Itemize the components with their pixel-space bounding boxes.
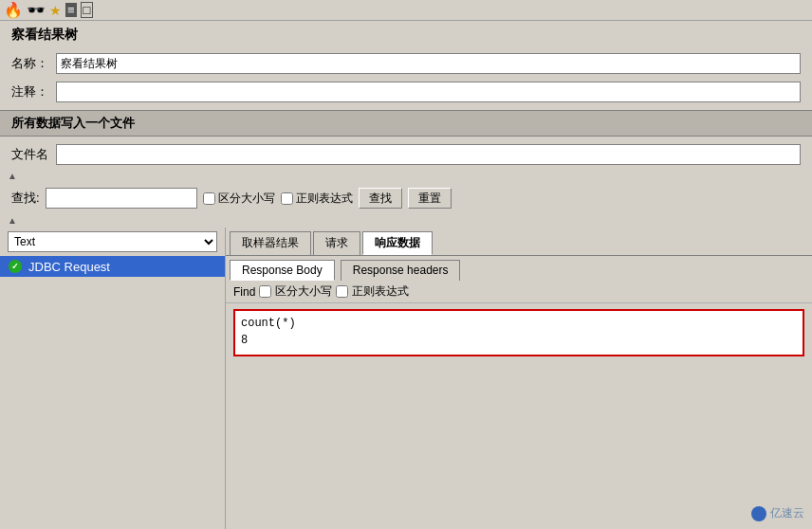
list-icon: ≡: [65, 3, 77, 17]
subtab-response-headers[interactable]: Response headers: [341, 260, 461, 281]
scroll-down-indicator: ▲: [0, 213, 812, 228]
name-label: 名称：: [11, 55, 48, 72]
flame-icon: 🔥: [4, 1, 23, 19]
name-row: 名称：: [0, 49, 812, 78]
left-panel: Text ✓ JDBC Request: [0, 228, 226, 529]
find-bar: Find 区分大小写 正则表达式: [226, 281, 812, 303]
window-icon: □: [81, 2, 94, 18]
page-title: 察看结果树: [0, 21, 812, 49]
comment-input[interactable]: [56, 82, 801, 102]
subtab-response-body[interactable]: Response Body: [230, 260, 335, 281]
search-row: 查找: 区分大小写 正则表达式 查找 重置: [0, 183, 812, 213]
top-toolbar: 🔥 🕶️ ★ ≡ □: [0, 0, 812, 21]
search-label: 查找:: [11, 190, 40, 207]
dropdown-row: Text: [0, 228, 225, 256]
tree-item-icon: ✓: [8, 259, 23, 274]
glasses-icon: 🕶️: [27, 1, 46, 19]
name-input[interactable]: [56, 53, 801, 74]
tab-sampler-result[interactable]: 取样器结果: [230, 231, 311, 255]
search-input[interactable]: [46, 188, 197, 209]
success-icon: ✓: [9, 260, 22, 273]
comment-label: 注释：: [11, 83, 48, 100]
regex-checkbox[interactable]: [281, 192, 293, 205]
reset-button[interactable]: 重置: [408, 188, 452, 209]
lower-section: Text ✓ JDBC Request 取样器结果 请求 响应数据: [0, 228, 812, 529]
main-tab-bar: 取样器结果 请求 响应数据: [226, 228, 812, 255]
comment-row: 注释：: [0, 78, 812, 106]
case-sensitive-checkbox[interactable]: [203, 192, 215, 205]
file-section-header: 所有数据写入一个文件: [0, 110, 812, 137]
filename-label: 文件名: [11, 146, 48, 163]
regex-group: 正则表达式: [281, 191, 353, 207]
tab-response-data[interactable]: 响应数据: [362, 231, 433, 255]
regex-label: 正则表达式: [296, 191, 353, 207]
tab-request[interactable]: 请求: [313, 231, 360, 255]
scroll-up-indicator: ▲: [0, 169, 812, 183]
filename-input[interactable]: [56, 144, 801, 165]
star-icon: ★: [49, 3, 62, 18]
subtab-bar: Response Body Response headers: [226, 256, 812, 281]
response-body-area: count(*) 8: [233, 309, 804, 356]
right-panel: 取样器结果 请求 响应数据 Response Body Response hea…: [226, 228, 812, 529]
watermark-text: 亿速云: [770, 505, 804, 521]
case-sensitive-label: 区分大小写: [218, 191, 275, 207]
type-select[interactable]: Text: [8, 231, 217, 252]
find-regex-checkbox[interactable]: [336, 285, 348, 298]
case-sensitive-group: 区分大小写: [203, 191, 275, 207]
watermark: 亿速云: [751, 505, 804, 521]
find-regex-label: 正则表达式: [352, 283, 409, 300]
tree-item-jdbc[interactable]: ✓ JDBC Request: [0, 256, 225, 277]
response-line-2: 8: [241, 332, 797, 349]
cloud-icon: [751, 506, 766, 521]
find-label: Find: [233, 285, 255, 299]
tab-content: Response Body Response headers Find 区分大小…: [226, 255, 812, 529]
tree-item-label: JDBC Request: [28, 260, 110, 274]
find-button[interactable]: 查找: [359, 188, 402, 209]
filename-row: 文件名: [0, 140, 812, 169]
find-case-checkbox[interactable]: [259, 285, 271, 298]
find-case-label: 区分大小写: [275, 283, 332, 300]
response-line-1: count(*): [241, 315, 797, 332]
